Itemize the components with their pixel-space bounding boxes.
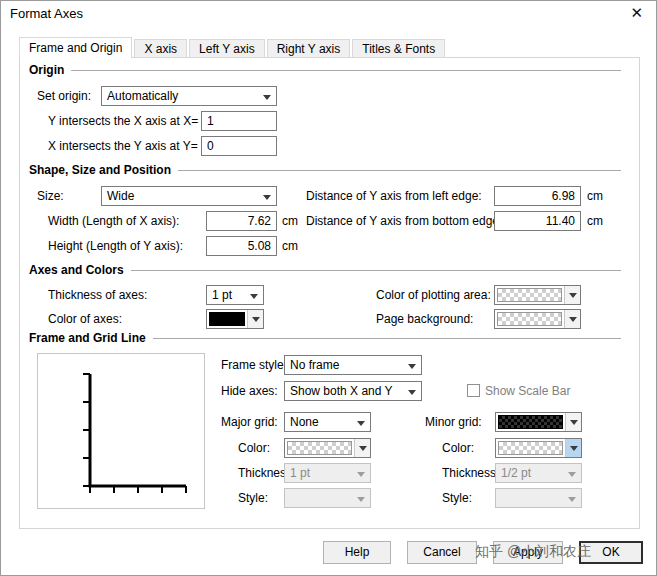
origin-group-title: Origin bbox=[29, 63, 64, 77]
chevron-down-icon bbox=[564, 286, 580, 304]
minor-grid-thickness-combo: 1/2 pt bbox=[495, 463, 582, 483]
major-grid-combo-value: None bbox=[290, 415, 319, 429]
width-input[interactable] bbox=[206, 211, 277, 231]
tab-bar: Frame and Origin X axis Left Y axis Righ… bbox=[19, 37, 447, 58]
height-input[interactable] bbox=[206, 236, 277, 256]
axes-preview bbox=[37, 353, 205, 509]
height-label: Height (Length of Y axis): bbox=[48, 236, 183, 256]
major-grid-color-label: Color: bbox=[238, 438, 270, 458]
major-grid-thickness-value: 1 pt bbox=[290, 466, 310, 480]
dist-bottom-input[interactable] bbox=[494, 211, 581, 231]
major-grid-color-combo[interactable] bbox=[284, 438, 371, 458]
chevron-down-icon bbox=[263, 95, 271, 100]
width-label: Width (Length of X axis): bbox=[48, 211, 179, 231]
chevron-down-icon bbox=[263, 195, 271, 200]
set-origin-combo[interactable]: Automatically bbox=[101, 86, 277, 106]
help-button[interactable]: Help bbox=[323, 541, 391, 564]
cancel-button[interactable]: Cancel bbox=[407, 541, 477, 564]
transparent-swatch bbox=[498, 441, 563, 455]
axes-color-label: Color of axes: bbox=[48, 309, 122, 329]
chevron-down-icon bbox=[568, 472, 576, 477]
shape-group-header: Shape, Size and Position bbox=[29, 163, 621, 177]
transparent-swatch bbox=[497, 288, 562, 302]
minor-grid-style-combo bbox=[495, 488, 582, 508]
axes-thickness-combo[interactable]: 1 pt bbox=[206, 285, 264, 305]
size-combo[interactable]: Wide bbox=[101, 186, 277, 206]
y-intersect-label: Y intersects the X axis at X= bbox=[48, 111, 198, 131]
chevron-down-icon bbox=[247, 310, 263, 328]
shape-group-title: Shape, Size and Position bbox=[29, 163, 171, 177]
transparent-swatch bbox=[497, 312, 562, 326]
tab-left-y-axis[interactable]: Left Y axis bbox=[189, 39, 265, 58]
x-intersect-label: X intersects the Y axis at Y= bbox=[48, 136, 198, 156]
axes-preview-drawing bbox=[38, 354, 204, 508]
close-icon[interactable]: ✕ bbox=[630, 4, 643, 22]
chevron-down-icon bbox=[250, 294, 258, 299]
minor-grid-color-combo[interactable] bbox=[495, 438, 582, 458]
tab-right-y-axis[interactable]: Right Y axis bbox=[267, 39, 351, 58]
frame-grid-group-title: Frame and Grid Line bbox=[29, 331, 146, 345]
chevron-down-icon bbox=[357, 497, 365, 502]
frame-style-combo-value: No frame bbox=[290, 358, 339, 372]
page-background-label: Page background: bbox=[376, 309, 473, 329]
chevron-down-icon bbox=[568, 497, 576, 502]
minor-grid-thickness-label: Thickness: bbox=[442, 463, 499, 483]
chevron-down-icon bbox=[565, 413, 581, 431]
apply-button[interactable]: Apply bbox=[493, 541, 563, 564]
axes-colors-group-header: Axes and Colors bbox=[29, 263, 621, 277]
frame-grid-group-header: Frame and Grid Line bbox=[29, 331, 621, 345]
show-scale-bar-label: Show Scale Bar bbox=[485, 381, 570, 401]
major-grid-combo[interactable]: None bbox=[284, 412, 371, 432]
format-axes-dialog: Format Axes ✕ Frame and Origin X axis Le… bbox=[0, 0, 657, 576]
major-grid-style-combo bbox=[284, 488, 371, 508]
ok-button[interactable]: OK bbox=[579, 541, 643, 564]
plot-area-color-label: Color of plotting area: bbox=[376, 285, 491, 305]
dist-left-label: Distance of Y axis from left edge: bbox=[306, 186, 482, 206]
frame-style-combo[interactable]: No frame bbox=[284, 355, 422, 375]
hide-axes-label: Hide axes: bbox=[221, 381, 278, 401]
frame-style-label: Frame style: bbox=[221, 355, 287, 375]
tab-titles-fonts[interactable]: Titles & Fonts bbox=[352, 39, 445, 58]
minor-grid-style-label: Style: bbox=[442, 488, 472, 508]
major-grid-style-label: Style: bbox=[238, 488, 268, 508]
x-intersect-input[interactable] bbox=[201, 136, 277, 156]
window-title: Format Axes bbox=[10, 6, 83, 21]
chevron-down-icon bbox=[408, 390, 416, 395]
chevron-down-icon bbox=[565, 439, 581, 457]
plot-area-color-combo[interactable] bbox=[494, 285, 581, 305]
black-pattern-swatch bbox=[498, 415, 563, 429]
dist-left-input[interactable] bbox=[494, 186, 581, 206]
page-background-combo[interactable] bbox=[494, 309, 581, 329]
height-unit: cm bbox=[282, 236, 298, 256]
axes-thickness-combo-value: 1 pt bbox=[212, 288, 232, 302]
axes-thickness-label: Thickness of axes: bbox=[48, 285, 147, 305]
chevron-down-icon bbox=[564, 310, 580, 328]
tab-frame-and-origin[interactable]: Frame and Origin bbox=[19, 37, 132, 58]
axes-color-combo[interactable] bbox=[206, 309, 264, 329]
width-unit: cm bbox=[282, 211, 298, 231]
size-combo-value: Wide bbox=[107, 189, 134, 203]
tab-x-axis[interactable]: X axis bbox=[134, 39, 187, 58]
black-swatch bbox=[209, 312, 245, 326]
hide-axes-combo[interactable]: Show both X and Y bbox=[284, 381, 422, 401]
set-origin-label: Set origin: bbox=[37, 86, 91, 106]
minor-grid-combo[interactable] bbox=[495, 412, 582, 432]
size-label: Size: bbox=[37, 186, 64, 206]
chevron-down-icon bbox=[354, 439, 370, 457]
dist-bottom-unit: cm bbox=[587, 211, 603, 231]
show-scale-bar-checkbox[interactable] bbox=[467, 384, 480, 397]
set-origin-combo-value: Automatically bbox=[107, 89, 178, 103]
dist-left-unit: cm bbox=[587, 186, 603, 206]
dist-bottom-label: Distance of Y axis from bottom edge: bbox=[306, 211, 502, 231]
minor-grid-label: Minor grid: bbox=[425, 412, 482, 432]
minor-grid-thickness-value: 1/2 pt bbox=[501, 466, 531, 480]
hide-axes-combo-value: Show both X and Y bbox=[290, 384, 393, 398]
title-bar: Format Axes ✕ bbox=[1, 1, 656, 29]
y-intersect-input[interactable] bbox=[201, 111, 277, 131]
minor-grid-color-label: Color: bbox=[442, 438, 474, 458]
transparent-swatch bbox=[287, 441, 352, 455]
major-grid-label: Major grid: bbox=[221, 412, 278, 432]
chevron-down-icon bbox=[357, 421, 365, 426]
origin-group-header: Origin bbox=[29, 63, 621, 77]
axes-colors-group-title: Axes and Colors bbox=[29, 263, 124, 277]
